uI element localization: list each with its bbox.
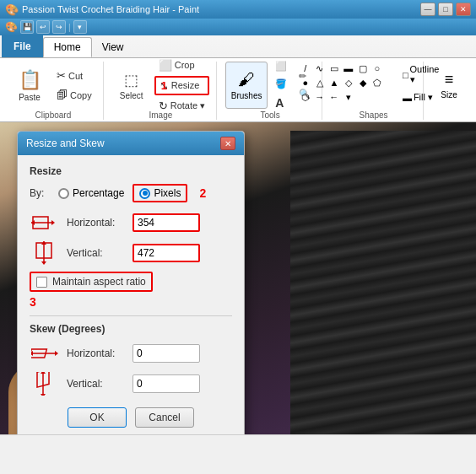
shape-arrow-right[interactable]: → [313, 90, 327, 104]
annotation-3-row: 3 [30, 295, 232, 309]
skew-horizontal-row: Horizontal: [30, 342, 232, 365]
undo-button-qa[interactable]: ↩ [36, 20, 50, 34]
vertical-input[interactable] [133, 244, 200, 262]
ribbon-tabs: File Home View [0, 35, 476, 57]
save-button-qa[interactable]: 💾 [20, 20, 34, 34]
shape-triangle[interactable]: △ [313, 76, 327, 89]
clipboard-content: 📋 Paste ✂ Cut 🗐 Copy [10, 62, 96, 109]
dialog-buttons: OK Cancel [30, 407, 232, 428]
status-bar [0, 434, 476, 455]
eraser-icon: ⬜ [275, 61, 287, 72]
qa-separator: | [68, 23, 71, 32]
cut-button[interactable]: ✂ Cut [52, 67, 96, 84]
redo-button-qa[interactable]: ↪ [52, 20, 66, 34]
ribbon-group-shapes: / ∿ ▭ ▬ ▢ ○ ● △ ▲ ◇ ◆ ⬠ ⬡ → ← ▾ [324, 62, 424, 120]
skew-vertical-input[interactable] [133, 374, 200, 393]
tab-home[interactable]: Home [43, 37, 92, 57]
copy-button[interactable]: 🗐 Copy [52, 86, 96, 104]
rotate-label: Rotate ▾ [170, 100, 205, 111]
horizontal-field-row: Horizontal: [30, 211, 232, 234]
tool-items: ⬜ 🪣 A [271, 62, 291, 109]
skew-horizontal-label: Horizontal: [67, 347, 126, 359]
pixels-radio-circle[interactable] [139, 188, 150, 199]
paste-button[interactable]: 📋 Paste [10, 62, 49, 109]
resize-skew-dialog: Resize and Skew ✕ Resize By: Percentage [17, 131, 245, 434]
shape-curve[interactable]: ∿ [313, 62, 327, 75]
resize-label: Resize [171, 80, 200, 90]
brushes-label: Brushes [231, 91, 262, 100]
pixels-radio[interactable]: Pixels [133, 184, 187, 202]
size-content: ≡ Size [432, 62, 466, 118]
ribbon: File Home View 📋 Paste ✂ Cut 🗐 Copy [0, 35, 476, 122]
crop-button[interactable]: ⬜ Crop [154, 57, 199, 74]
shape-pentagon[interactable]: ⬠ [371, 76, 384, 89]
shape-round-rect[interactable]: ▢ [356, 62, 370, 75]
copy-label: Copy [70, 90, 92, 100]
ribbon-group-size: ≡ Size [425, 62, 473, 120]
text-button[interactable]: A [271, 94, 291, 112]
dialog-close-button[interactable]: ✕ [220, 137, 235, 150]
tab-view[interactable]: View [92, 37, 134, 57]
svg-marker-10 [55, 351, 58, 356]
crop-resize-group: ⬜ Crop ⤡ Resize 1 ↻ Rotate ▾ [154, 62, 209, 109]
paste-label: Paste [19, 93, 41, 102]
shape-fill-rect[interactable]: ▬ [342, 62, 355, 75]
fill-icon: 🪣 [275, 78, 287, 89]
svg-marker-6 [41, 261, 46, 265]
quick-access-toolbar: 🎨 💾 ↩ ↪ | ▾ [0, 19, 476, 35]
skew-h-svg [31, 344, 58, 363]
brushes-button[interactable]: 🖌 Brushes [225, 62, 268, 109]
skew-horizontal-input[interactable] [133, 344, 200, 363]
minimize-button[interactable]: — [420, 3, 435, 16]
select-icon: ⬚ [124, 71, 138, 89]
clipboard-group-label: Clipboard [35, 110, 71, 120]
qa-more-button[interactable]: ▾ [73, 20, 87, 34]
close-button[interactable]: ✕ [456, 3, 471, 16]
svg-marker-14 [41, 394, 46, 396]
percentage-radio-circle[interactable] [58, 188, 69, 199]
shape-fill-diamond[interactable]: ◆ [356, 76, 370, 89]
size-button[interactable]: ≡ Size [432, 62, 466, 109]
horizontal-field-label: Horizontal: [67, 217, 126, 229]
shape-arrow-left[interactable]: ← [327, 90, 341, 104]
shape-rect[interactable]: ▭ [327, 62, 341, 75]
dialog-title-bar: Resize and Skew ✕ [18, 132, 244, 155]
image-content: ⬚ Select ⬜ Crop ⤡ Resize [112, 62, 209, 109]
skew-v-svg [31, 372, 58, 396]
eraser-button[interactable]: ⬜ [271, 58, 291, 74]
divider [30, 315, 232, 316]
aspect-ratio-checkbox[interactable] [36, 277, 47, 288]
shape-fill-triangle[interactable]: ▲ [327, 76, 341, 89]
resize-section-label: Resize [30, 165, 232, 177]
fill-dropdown-icon: ▬ [403, 93, 412, 103]
by-row: By: Percentage Pixels 2 [30, 184, 232, 202]
dialog-body: Resize By: Percentage Pixels 2 [18, 155, 244, 434]
horizontal-input[interactable] [133, 213, 200, 232]
shape-more[interactable]: ▾ [342, 90, 355, 104]
app-logo: 🎨 [5, 21, 18, 33]
brushes-icon: 🖌 [238, 70, 255, 89]
percentage-radio[interactable]: Percentage [58, 187, 124, 199]
resize-button[interactable]: ⤡ Resize 1 [154, 76, 209, 95]
vertical-field-label: Vertical: [67, 247, 126, 259]
size-label: Size [441, 90, 457, 100]
shapes-group-label: Shapes [360, 110, 388, 120]
svg-marker-2 [51, 220, 55, 225]
pixels-label: Pixels [154, 187, 181, 199]
skew-vertical-icon [30, 372, 60, 396]
shape-diamond[interactable]: ◇ [342, 76, 355, 89]
fill-button[interactable]: 🪣 [271, 76, 291, 92]
shape-ellipse[interactable]: ○ [371, 62, 384, 75]
horizontal-resize-icon [30, 211, 60, 234]
cancel-button[interactable]: Cancel [135, 407, 194, 428]
tab-file[interactable]: File [2, 35, 43, 57]
paste-icon: 📋 [19, 69, 41, 91]
ok-button[interactable]: OK [68, 407, 127, 428]
vertical-resize-icon [30, 241, 60, 265]
crop-label: Crop [175, 60, 195, 70]
select-button[interactable]: ⬚ Select [112, 62, 151, 109]
shape-line[interactable]: / [299, 62, 312, 75]
shape-hexagon[interactable]: ⬡ [299, 90, 312, 104]
maximize-button[interactable]: □ [438, 3, 453, 16]
shape-fill-ellipse[interactable]: ● [299, 76, 312, 89]
